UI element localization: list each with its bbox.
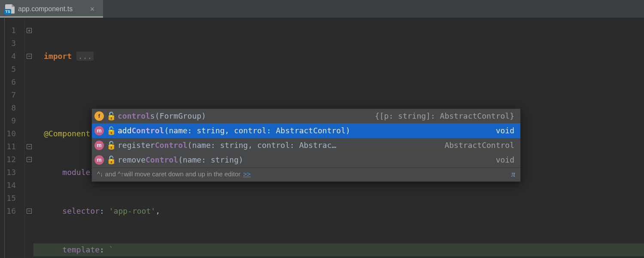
autocomplete-item[interactable]: m 🔓 addControl (name: string, control: A…: [92, 123, 520, 138]
autocomplete-item[interactable]: f 🔓 controls (FormGroup) {[p: string]: A…: [92, 109, 520, 123]
fold-collapse-icon[interactable]: −: [27, 209, 32, 214]
autocomplete-footer: ^↓ and ^↑ will move caret down and up in…: [92, 167, 520, 181]
unlock-icon: 🔓: [106, 153, 114, 167]
autocomplete-more-link[interactable]: >>: [243, 169, 251, 179]
close-icon[interactable]: ×: [88, 5, 96, 13]
fold-collapse-icon[interactable]: −: [27, 144, 32, 149]
typescript-file-icon: TS: [5, 4, 15, 14]
fold-gutter: + − − − −: [25, 18, 33, 258]
unlock-icon: 🔓: [106, 109, 114, 123]
unlock-icon: 🔓: [106, 124, 114, 138]
unlock-icon: 🔓: [106, 138, 114, 152]
fold-collapse-icon[interactable]: −: [27, 54, 32, 59]
method-icon: m: [94, 141, 104, 150]
autocomplete-popup: f 🔓 controls (FormGroup) {[p: string]: A…: [91, 108, 521, 182]
tab-app-component[interactable]: TS app.component.ts ×: [0, 0, 103, 18]
tab-label: app.component.ts: [18, 5, 73, 13]
autocomplete-item[interactable]: m 🔓 removeControl (name: string) void: [92, 153, 520, 167]
autocomplete-item[interactable]: m 🔓 registerControl (name: string, contr…: [92, 138, 520, 153]
method-icon: m: [94, 155, 104, 165]
line-number-gutter: 1 3 4 5 6 7 8 9 10 11 12 13 14 15 16: [0, 18, 25, 258]
tab-strip: TS app.component.ts ×: [0, 0, 644, 18]
pi-settings-icon[interactable]: π: [511, 169, 515, 179]
code-editor[interactable]: 1 3 4 5 6 7 8 9 10 11 12 13 14 15 16 + −…: [0, 18, 644, 258]
fold-collapse-icon[interactable]: −: [27, 157, 32, 162]
field-icon: f: [94, 111, 104, 121]
method-icon: m: [94, 126, 104, 135]
fold-expand-icon[interactable]: +: [27, 28, 32, 33]
